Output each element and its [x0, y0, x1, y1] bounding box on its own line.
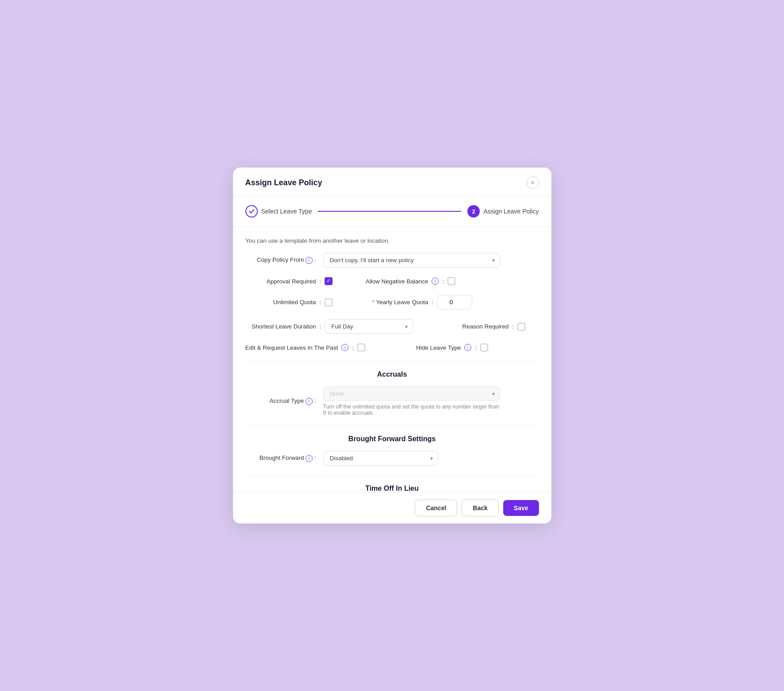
- close-button[interactable]: ×: [527, 176, 539, 189]
- modal-footer: Cancel Back Save: [233, 492, 551, 523]
- approval-required-label: Approval Required: [245, 278, 316, 285]
- back-button[interactable]: Back: [462, 500, 498, 516]
- copy-policy-select[interactable]: Don't copy, I'll start a new policy Copy…: [323, 253, 500, 267]
- reason-required-label: Reason Required: [438, 323, 509, 330]
- yearly-quota-label: Yearly Leave Quota: [357, 299, 428, 305]
- edit-request-field: Edit & Request Leaves In The Past i :: [245, 344, 366, 351]
- accrual-type-info-icon[interactable]: i: [306, 398, 313, 405]
- shortest-duration-label: Shortest Leave Duration: [245, 323, 316, 330]
- approval-negative-row: Approval Required : Allow Negative Balan…: [245, 277, 539, 285]
- edit-request-info-icon[interactable]: i: [341, 344, 348, 351]
- hide-leave-info-icon[interactable]: i: [464, 344, 471, 351]
- accruals-divider: [245, 361, 539, 362]
- modal-body: You can use a template from another leav…: [233, 227, 551, 492]
- brought-forward-title: Brought Forward Settings: [245, 435, 539, 443]
- brought-forward-divider: [245, 426, 539, 426]
- brought-forward-row: Brought Forward i : Disabled Enabled ▾: [245, 451, 539, 466]
- hide-leave-field: Hide Leave Type i :: [390, 344, 488, 351]
- step-1-circle: [245, 205, 258, 218]
- edit-request-label: Edit & Request Leaves In The Past: [245, 344, 338, 351]
- shortest-duration-field: Shortest Leave Duration : Full Day Half …: [245, 319, 413, 334]
- shortest-duration-select[interactable]: Full Day Half Day Hours: [325, 319, 413, 334]
- modal-title: Assign Leave Policy: [245, 178, 322, 187]
- accrual-type-select-wrapper: None Monthly Yearly ▾: [323, 386, 500, 401]
- accrual-type-select[interactable]: None Monthly Yearly: [323, 386, 500, 401]
- modal-dialog: Assign Leave Policy × Select Leave Type …: [233, 168, 551, 523]
- save-button[interactable]: Save: [503, 500, 539, 516]
- hint-text: You can use a template from another leav…: [245, 237, 539, 244]
- accruals-title: Accruals: [245, 370, 539, 378]
- reason-required-checkbox[interactable]: [517, 323, 525, 331]
- check-icon: [249, 208, 255, 214]
- edit-request-checkbox[interactable]: [357, 344, 365, 351]
- copy-policy-info-icon[interactable]: i: [306, 257, 313, 264]
- cancel-button[interactable]: Cancel: [415, 500, 457, 516]
- step-1-label: Select Leave Type: [261, 208, 312, 215]
- shortest-duration-select-wrapper: Full Day Half Day Hours ▾: [325, 319, 413, 334]
- stepper: Select Leave Type 2 Assign Leave Policy: [233, 196, 551, 227]
- modal-overlay: Assign Leave Policy × Select Leave Type …: [0, 0, 784, 691]
- accrual-type-section: None Monthly Yearly ▾ Turn off the unlim…: [323, 386, 500, 416]
- step-1: Select Leave Type: [245, 205, 312, 218]
- brought-forward-info-icon[interactable]: i: [306, 455, 313, 462]
- accrual-type-row: Accrual Type i : None Monthly Yearly ▾ T…: [245, 386, 539, 416]
- unlimited-quota-field: Unlimited Quota :: [245, 298, 333, 306]
- step-line: [318, 211, 461, 212]
- toil-divider: [245, 475, 539, 476]
- brought-forward-select[interactable]: Disabled Enabled: [323, 451, 438, 466]
- duration-reason-row: Shortest Leave Duration : Full Day Half …: [245, 319, 539, 334]
- close-icon: ×: [531, 179, 534, 186]
- copy-policy-row: Copy Policy From i : Don't copy, I'll st…: [245, 253, 539, 267]
- quota-row: Unlimited Quota : Yearly Leave Quota :: [245, 295, 539, 309]
- toil-title: Time Off In Lieu: [245, 485, 539, 492]
- yearly-quota-field: Yearly Leave Quota :: [357, 295, 472, 309]
- modal-header: Assign Leave Policy ×: [233, 168, 551, 196]
- accrual-type-label: Accrual Type i :: [245, 397, 316, 405]
- unlimited-quota-label: Unlimited Quota: [245, 299, 316, 305]
- brought-forward-label: Brought Forward i :: [245, 454, 316, 462]
- allow-negative-info-icon[interactable]: i: [432, 278, 439, 285]
- hide-leave-label: Hide Leave Type: [390, 344, 461, 351]
- copy-policy-label: Copy Policy From i :: [245, 256, 316, 264]
- brought-forward-select-wrapper: Disabled Enabled ▾: [323, 451, 438, 466]
- allow-negative-checkbox[interactable]: [447, 277, 455, 285]
- allow-negative-field: Allow Negative Balance i :: [357, 277, 455, 285]
- unlimited-quota-checkbox[interactable]: [325, 298, 333, 306]
- allow-negative-label: Allow Negative Balance: [357, 278, 428, 285]
- reason-required-field: Reason Required :: [438, 323, 525, 331]
- edit-hide-row: Edit & Request Leaves In The Past i : Hi…: [245, 344, 539, 351]
- step-2-label: Assign Leave Policy: [483, 208, 539, 215]
- step-2: 2 Assign Leave Policy: [467, 205, 539, 218]
- hide-leave-checkbox[interactable]: [480, 344, 488, 351]
- accrual-hint: Turn off the unlimited quota and set the…: [323, 404, 500, 416]
- step-2-circle: 2: [467, 205, 480, 218]
- approval-required-field: Approval Required :: [245, 277, 333, 285]
- approval-required-checkbox[interactable]: [325, 277, 333, 285]
- yearly-quota-input[interactable]: [437, 295, 472, 309]
- copy-policy-select-wrapper: Don't copy, I'll start a new policy Copy…: [323, 253, 500, 267]
